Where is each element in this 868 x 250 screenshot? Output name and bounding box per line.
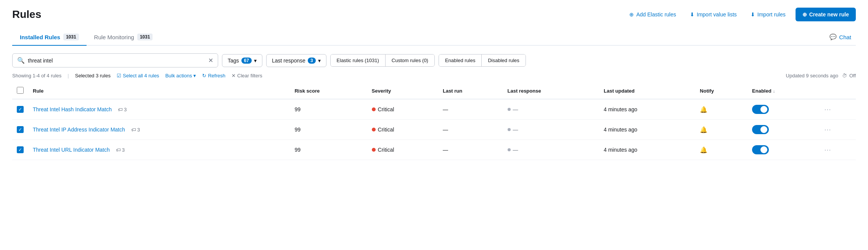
row3-tags: 🏷 3	[116, 147, 125, 153]
download-icon: ⬇	[690, 11, 694, 18]
th-last-run: Last run	[438, 83, 503, 99]
row2-checkbox[interactable]: ✓	[17, 126, 24, 133]
bell-icon[interactable]: 🔔	[700, 147, 707, 153]
import-value-lists-button[interactable]: ⬇ Import value lists	[686, 9, 741, 20]
plus-circle-icon: ⊕	[629, 11, 634, 18]
row3-risk-score: 99	[290, 140, 367, 160]
clear-filters-button[interactable]: ✕ Clear filters	[231, 73, 262, 79]
row3-rule-link[interactable]: Threat Intel URL Indicator Match	[33, 147, 110, 153]
row2-last-run: —	[438, 120, 503, 140]
row3-notify: 🔔	[695, 140, 747, 160]
status-left: Showing 1-4 of 4 rules | Selected 3 rule…	[12, 73, 262, 79]
row3-last-response: —	[503, 140, 600, 160]
th-checkbox	[12, 83, 28, 99]
grey-dot	[508, 128, 511, 131]
import-rules-button[interactable]: ⬇ Import rules	[747, 9, 789, 20]
row1-toggle[interactable]	[752, 105, 769, 114]
chat-button[interactable]: 💬 Chat	[825, 30, 856, 43]
th-actions	[820, 83, 856, 99]
create-new-rule-button[interactable]: ⊕ Create new rule	[796, 8, 856, 21]
row3-checkbox[interactable]: ✓	[17, 146, 24, 153]
row2-tags: 🏷 3	[131, 127, 140, 133]
showing-text: Showing 1-4 of 4 rules	[12, 73, 61, 79]
row3-enabled	[747, 140, 820, 160]
row3-last-updated: 4 minutes ago	[599, 140, 695, 160]
row1-checkbox-cell: ✓	[12, 99, 28, 120]
bell-icon[interactable]: 🔔	[700, 106, 707, 113]
search-icon: 🔍	[17, 57, 25, 64]
row2-toggle[interactable]	[752, 125, 769, 134]
chat-icon: 💬	[829, 34, 837, 40]
plus-icon: ⊕	[802, 11, 807, 18]
row1-last-run: —	[438, 99, 503, 120]
clear-search-icon[interactable]: ✕	[208, 57, 213, 64]
critical-dot	[372, 128, 376, 131]
row1-tags: 🏷 3	[118, 107, 127, 112]
separator: |	[68, 73, 69, 79]
tag-icon: 🏷	[118, 107, 123, 112]
header-actions: ⊕ Add Elastic rules ⬇ Import value lists…	[625, 8, 856, 21]
chevron-down-icon: ▾	[193, 73, 196, 79]
row3-last-run: —	[438, 140, 503, 160]
chevron-down-icon: ▾	[318, 58, 321, 64]
select-all-link[interactable]: ☑ Select all 4 rules	[117, 73, 159, 79]
row2-more-icon[interactable]: ⋯	[824, 126, 831, 133]
row3-severity: Critical	[367, 140, 438, 160]
enabled-disabled-toggle: Enabled rules Disabled rules	[439, 54, 526, 67]
row2-risk-score: 99	[290, 120, 367, 140]
th-last-updated: Last updated	[599, 83, 695, 99]
select-all-checkbox[interactable]	[17, 87, 24, 94]
row3-toggle[interactable]	[752, 145, 769, 154]
tab-rule-monitoring[interactable]: Rule Monitoring 1031	[87, 29, 161, 46]
row1-more-cell: ⋯	[820, 99, 856, 120]
bulk-actions-button[interactable]: Bulk actions ▾	[165, 73, 196, 79]
auto-refresh-icon: ⏱	[842, 73, 847, 79]
tabs: Installed Rules 1031 Rule Monitoring 103…	[12, 29, 160, 45]
sort-icon: ↓	[773, 89, 775, 93]
add-elastic-rules-button[interactable]: ⊕ Add Elastic rules	[625, 9, 680, 20]
tab-installed-rules[interactable]: Installed Rules 1031	[12, 29, 87, 46]
refresh-button[interactable]: ↻ Refresh	[202, 73, 225, 79]
last-response-filter-button[interactable]: Last response 3 ▾	[266, 54, 326, 67]
row3-rule-cell: Threat Intel URL Indicator Match 🏷 3	[28, 140, 290, 160]
bell-icon[interactable]: 🔔	[700, 127, 707, 133]
critical-dot	[372, 148, 376, 152]
row1-notify: 🔔	[695, 99, 747, 120]
grey-dot	[508, 148, 511, 151]
row2-rule-link[interactable]: Threat Intel IP Address Indicator Match	[33, 127, 125, 133]
row3-more-cell: ⋯	[820, 140, 856, 160]
row3-checkbox-cell: ✓	[12, 140, 28, 160]
row1-more-icon[interactable]: ⋯	[824, 106, 831, 113]
tag-icon: 🏷	[116, 147, 121, 153]
row2-enabled	[747, 120, 820, 140]
critical-dot	[372, 107, 376, 111]
custom-rules-button[interactable]: Custom rules (0)	[386, 54, 434, 66]
enabled-rules-button[interactable]: Enabled rules	[439, 54, 482, 66]
table-row: ✓ Threat Intel Hash Indicator Match 🏷 3 …	[12, 99, 856, 120]
import-icon: ⬇	[751, 11, 755, 18]
table-row: ✓ Threat Intel URL Indicator Match 🏷 3 9…	[12, 140, 856, 160]
page-title: Rules	[12, 8, 41, 21]
elastic-rules-button[interactable]: Elastic rules (1031)	[331, 54, 386, 66]
row1-rule-link[interactable]: Threat Intel Hash Indicator Match	[33, 106, 112, 112]
grey-dot	[508, 108, 511, 111]
th-risk-score: Risk score	[290, 83, 367, 99]
row1-risk-score: 99	[290, 99, 367, 120]
row2-last-updated: 4 minutes ago	[599, 120, 695, 140]
disabled-rules-button[interactable]: Disabled rules	[482, 54, 525, 66]
status-right: Updated 9 seconds ago ⏱ Off	[786, 73, 856, 79]
row1-last-response: —	[503, 99, 600, 120]
chevron-down-icon: ▾	[254, 58, 257, 64]
row2-notify: 🔔	[695, 120, 747, 140]
tags-filter-button[interactable]: Tags 67 ▾	[222, 54, 262, 67]
status-row: Showing 1-4 of 4 rules | Selected 3 rule…	[12, 73, 856, 79]
rules-table: Rule Risk score Severity Last run Last r…	[12, 83, 856, 160]
row1-checkbox[interactable]: ✓	[17, 106, 24, 113]
row2-last-response: —	[503, 120, 600, 140]
refresh-icon: ↻	[202, 73, 206, 79]
row2-more-cell: ⋯	[820, 120, 856, 140]
search-input[interactable]	[28, 58, 205, 64]
th-enabled: Enabled ↓	[747, 83, 820, 99]
th-severity: Severity	[367, 83, 438, 99]
row3-more-icon[interactable]: ⋯	[824, 146, 831, 154]
